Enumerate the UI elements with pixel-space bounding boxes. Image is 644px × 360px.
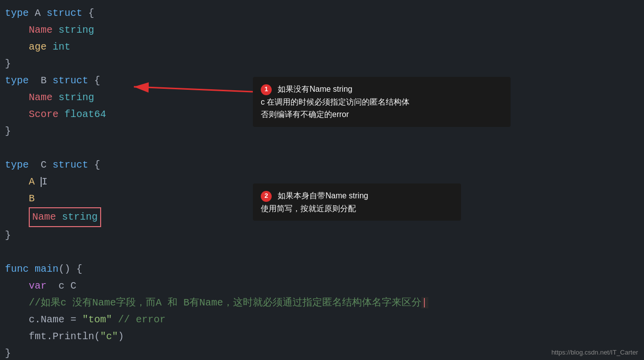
tooltip-1-number: 1 [261, 84, 272, 95]
tooltip-2: 2 如果本身自带Name string使用简写，按就近原则分配 [253, 183, 461, 221]
code-editor: type A struct { Name string age int } ty… [0, 0, 644, 360]
code-line-21: } [5, 345, 644, 360]
code-line-9 [5, 140, 644, 157]
watermark: https://blog.csdn.net/IT_Carter [551, 349, 638, 356]
highlighted-name-string: Name string [29, 207, 101, 227]
code-line-15 [5, 244, 644, 261]
code-line-2: Name string [5, 22, 644, 39]
text-cursor [41, 177, 42, 187]
code-line-3: age int [5, 39, 644, 56]
tooltip-1-text: 如果没有Name stringc 在调用的时候必须指定访问的匿名结构体否则编译有… [261, 85, 410, 119]
code-line-10: type C struct { [5, 157, 644, 174]
code-line-19: c.Name = "tom" // error [5, 311, 644, 328]
code-line-17: var c C [5, 278, 644, 295]
code-line-1: type A struct { [5, 5, 644, 22]
code-line-4: } [5, 56, 644, 72]
tooltip-2-number: 2 [261, 191, 272, 202]
tooltip-1: 1 如果没有Name stringc 在调用的时候必须指定访问的匿名结构体否则编… [253, 77, 511, 127]
code-line-20: fmt.Println("c") [5, 328, 644, 345]
code-line-14: } [5, 227, 644, 244]
tooltip-2-text: 如果本身自带Name string使用简写，按就近原则分配 [261, 191, 368, 213]
code-line-18: //如果c 没有Name字段，而A 和 B有Name，这时就必须通过指定匿名结构… [5, 295, 644, 311]
code-line-16: func main() { [5, 261, 644, 278]
